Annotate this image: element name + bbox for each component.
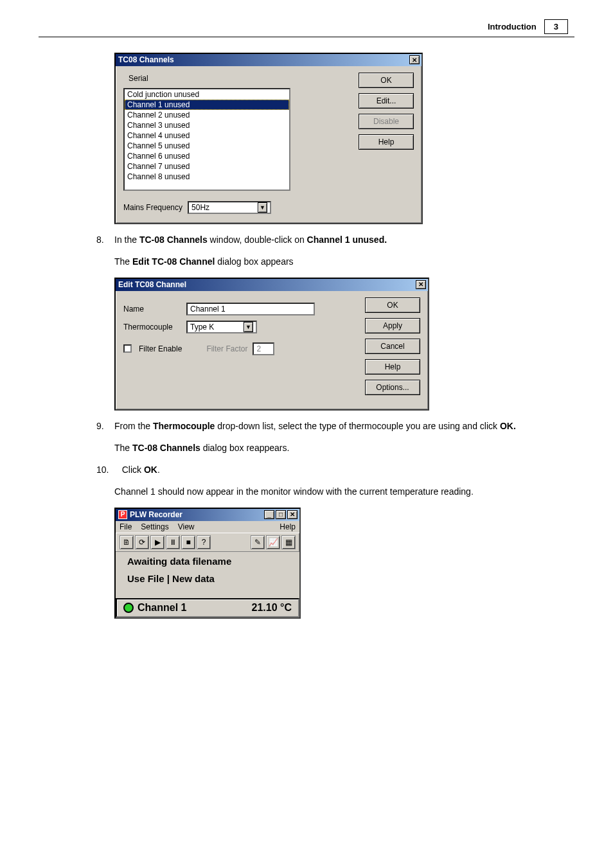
edit-button[interactable]: Edit... [359,93,414,109]
step-8: 8.In the TC-08 Channels window, double-c… [96,233,574,246]
mains-frequency-value: 50Hz [191,203,209,212]
mains-frequency-select[interactable]: 50Hz ▼ [188,201,271,214]
status-line-1: Awaiting data filename [121,553,294,573]
help-button[interactable]: Help [365,359,420,375]
status-led-icon [123,603,134,613]
cancel-button[interactable]: Cancel [365,339,420,354]
tc08-title: TC08 Channels [118,55,408,64]
chevron-down-icon[interactable]: ▼ [258,202,267,213]
tc08-channels-dialog: TC08 Channels ✕ Serial Cold junction unu… [114,53,423,224]
step-10: 10. Click OK. [96,463,574,476]
help-icon[interactable]: ? [197,535,211,549]
options-button[interactable]: Options... [365,380,420,395]
filter-factor-label: Filter Factor [206,344,247,353]
menu-file[interactable]: File [120,522,132,531]
close-icon[interactable]: ✕ [287,510,298,519]
menu-view[interactable]: View [178,522,195,531]
minimize-icon[interactable]: _ [264,510,274,519]
filter-enable-label: Filter Enable [139,344,182,353]
mains-frequency-label: Mains Frequency [123,203,182,212]
name-input[interactable] [186,303,315,315]
disable-button: Disable [359,114,414,129]
pause-icon[interactable]: ⏸ [166,535,180,549]
filter-factor-input [253,342,274,355]
list-item[interactable]: Channel 6 unused [125,151,289,161]
channel-listbox[interactable]: Cold junction unused Channel 1 unused Ch… [123,88,290,191]
tc08-titlebar[interactable]: TC08 Channels ✕ [116,54,422,66]
chevron-down-icon[interactable]: ▼ [244,322,253,332]
thermocouple-label: Thermocouple [123,323,181,332]
list-item[interactable]: Channel 7 unused [125,161,289,172]
channel-unit: °C [280,602,292,614]
table-icon[interactable]: ▦ [281,535,296,549]
close-icon[interactable]: ✕ [416,280,426,289]
step-9: 9.From the Thermocouple drop-down list, … [96,420,574,432]
thermocouple-value: Type K [190,323,214,332]
toolbar: 🗎 ⟳ ▶ ⏸ ■ ? ✎ 📈 ▦ [116,533,299,552]
edit-title: Edit TC08 Channel [118,280,414,289]
edit-titlebar[interactable]: Edit TC08 Channel ✕ [116,279,428,291]
name-label: Name [123,305,181,314]
notes-icon[interactable]: ✎ [251,535,265,549]
app-icon: P [118,510,127,519]
header-section: Introduction [488,22,537,31]
list-item[interactable]: Channel 3 unused [125,120,289,130]
close-icon[interactable]: ✕ [409,55,420,64]
redo-icon[interactable]: ⟳ [135,535,149,549]
thermocouple-select[interactable]: Type K ▼ [186,321,257,333]
apply-button[interactable]: Apply [365,318,420,333]
channel-value: 21.10 [252,602,278,614]
filter-enable-checkbox[interactable] [123,344,132,353]
plw-titlebar[interactable]: P PLW Recorder _ □ ✕ [116,509,299,521]
channel-name: Channel 1 [138,602,186,614]
list-item[interactable]: Channel 2 unused [125,110,289,120]
plw-title: PLW Recorder [130,510,263,519]
step-10-follow: Channel 1 should now appear in the monit… [114,485,574,498]
step-8-follow: The Edit TC-08 Channel dialog box appear… [114,255,574,268]
menu-settings[interactable]: Settings [141,522,168,531]
graph-icon[interactable]: 📈 [266,535,280,549]
list-item[interactable]: Channel 8 unused [125,172,289,182]
stop-icon[interactable]: ■ [181,535,195,549]
menu-help[interactable]: Help [280,522,296,531]
list-item[interactable]: Cold junction unused [125,89,289,100]
ok-button[interactable]: OK [365,297,420,313]
play-icon[interactable]: ▶ [150,535,164,549]
ok-button[interactable]: OK [359,73,414,88]
status-line-2: Use File | New data [121,573,294,590]
maximize-icon[interactable]: □ [276,510,286,519]
list-item[interactable]: Channel 4 unused [125,130,289,141]
list-item-selected[interactable]: Channel 1 unused [125,100,289,110]
page-number: 3 [544,19,568,34]
divider-top [39,37,574,37]
channel-row: Channel 1 21.10 °C [116,598,299,617]
menubar: File Settings View Help [116,521,299,533]
help-button[interactable]: Help [359,134,414,150]
step-9-follow: The TC-08 Channels dialog box reappears. [114,441,574,454]
new-file-icon[interactable]: 🗎 [120,535,134,549]
plw-recorder-window: P PLW Recorder _ □ ✕ File Settings View … [114,508,301,619]
serial-label: Serial [129,74,350,83]
edit-tc08-dialog: Edit TC08 Channel ✕ Name Thermocouple Ty… [114,278,429,411]
list-item[interactable]: Channel 5 unused [125,141,289,151]
